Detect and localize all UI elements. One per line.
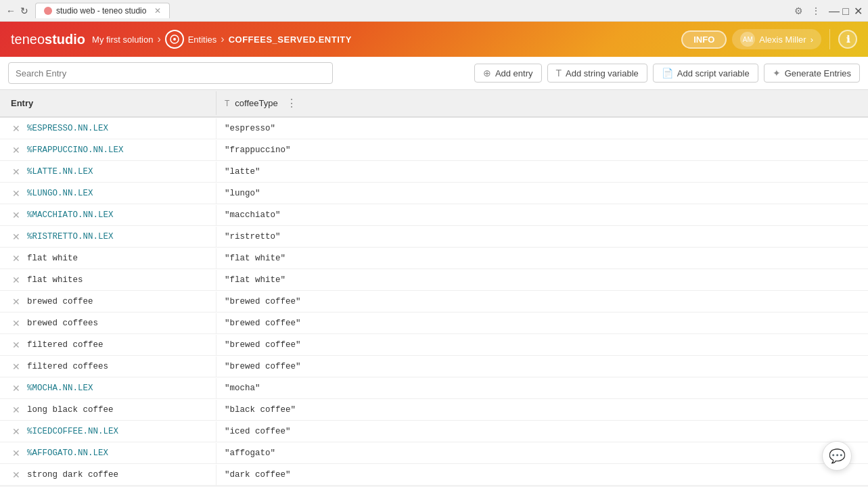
entry-text: brewed coffee bbox=[27, 297, 93, 306]
breadcrumb-entities[interactable]: Entities bbox=[188, 34, 217, 45]
value-cell: "macchiato" bbox=[216, 206, 868, 224]
divider bbox=[829, 29, 830, 49]
chat-button[interactable]: 💬 bbox=[822, 441, 852, 471]
table-row: ✕ brewed coffee "brewed coffee" bbox=[0, 291, 868, 312]
add-entry-label: Add entry bbox=[495, 68, 533, 78]
add-string-label: Add string variable bbox=[566, 68, 639, 78]
app-bar-left: teneostudio My first solution › Entities… bbox=[11, 30, 352, 49]
value-cell: "brewed coffee" bbox=[216, 358, 868, 375]
table-row: ✕ brewed coffees "brewed coffee" bbox=[0, 312, 868, 334]
entry-text: filtered coffees bbox=[27, 362, 108, 371]
generate-entries-button[interactable]: ✦ Generate Entries bbox=[764, 64, 860, 83]
table-row: ✕ strong dark coffee "dark coffee" bbox=[0, 464, 868, 486]
table-row: ✕ flat whites "flat white" bbox=[0, 269, 868, 291]
browser-tab[interactable]: studio web - teneo studio ✕ bbox=[35, 3, 170, 18]
entry-cell: ✕ %LUNGO.NN.LEX bbox=[0, 183, 216, 204]
add-script-label: Add script variable bbox=[677, 68, 750, 78]
col-name: coffeeType bbox=[235, 98, 277, 108]
delete-button[interactable]: ✕ bbox=[11, 296, 22, 308]
delete-button[interactable]: ✕ bbox=[11, 317, 22, 329]
entry-cell: ✕ brewed coffees bbox=[0, 313, 216, 333]
entry-text: %LUNGO.NN.LEX bbox=[27, 189, 93, 198]
entry-text: filtered coffee bbox=[27, 340, 104, 350]
entry-text: flat whites bbox=[27, 275, 83, 285]
window-controls: — □ ✕ bbox=[829, 6, 863, 16]
table-row: ✕ flat white "flat white" bbox=[0, 248, 868, 269]
delete-button[interactable]: ✕ bbox=[11, 382, 22, 394]
delete-button[interactable]: ✕ bbox=[11, 166, 22, 178]
entry-cell: ✕ strong dark coffee bbox=[0, 465, 216, 485]
logo-prefix: teneo bbox=[11, 32, 45, 47]
info-button[interactable]: INFO bbox=[681, 30, 727, 49]
help-button[interactable]: ℹ bbox=[838, 30, 857, 49]
search-input[interactable] bbox=[8, 62, 333, 84]
col-menu-icon[interactable]: ⋮ bbox=[286, 97, 297, 110]
add-script-button[interactable]: 📄 Add script variable bbox=[653, 64, 758, 83]
value-cell: "brewed coffee" bbox=[216, 293, 868, 310]
value-cell: "frappuccino" bbox=[216, 141, 868, 159]
delete-button[interactable]: ✕ bbox=[11, 187, 22, 200]
entry-text: long black coffee bbox=[27, 405, 114, 415]
breadcrumb-entity-name: COFFEES_SERVED.ENTITY bbox=[229, 34, 352, 45]
delete-button[interactable]: ✕ bbox=[11, 447, 22, 459]
table-container: Entry T coffeeType ⋮ ✕ %ESPRESSO.NN.LEX … bbox=[0, 90, 868, 486]
entry-cell: ✕ long black coffee bbox=[0, 400, 216, 420]
maximize-button[interactable]: □ bbox=[841, 6, 850, 16]
entry-cell: ✕ %MOCHA.NN.LEX bbox=[0, 378, 216, 398]
table-row: ✕ %LATTE.NN.LEX "latte" bbox=[0, 161, 868, 183]
entry-text: %MOCHA.NN.LEX bbox=[27, 384, 93, 393]
delete-button[interactable]: ✕ bbox=[11, 339, 22, 351]
delete-button[interactable]: ✕ bbox=[11, 425, 22, 438]
user-button[interactable]: AM Alexis Miller › bbox=[732, 29, 821, 49]
entry-cell: ✕ flat white bbox=[0, 248, 216, 269]
entry-cell: ✕ flat whites bbox=[0, 270, 216, 290]
delete-button[interactable]: ✕ bbox=[11, 252, 22, 264]
close-button[interactable]: ✕ bbox=[853, 6, 863, 16]
back-button[interactable]: ← bbox=[5, 5, 16, 16]
value-cell: "brewed coffee" bbox=[216, 336, 868, 354]
breadcrumb-solution[interactable]: My first solution bbox=[92, 34, 153, 45]
entry-cell: ✕ %MACCHIATO.NN.LEX bbox=[0, 205, 216, 225]
delete-button[interactable]: ✕ bbox=[11, 274, 22, 286]
entity-svg bbox=[169, 34, 180, 45]
title-bar-right: ⚙ ⋮ — □ ✕ bbox=[794, 5, 863, 16]
entry-text: %AFFOGATO.NN.LEX bbox=[27, 448, 108, 458]
delete-button[interactable]: ✕ bbox=[11, 361, 22, 373]
breadcrumb: My first solution › Entities › COFFEES_S… bbox=[92, 30, 352, 49]
delete-button[interactable]: ✕ bbox=[11, 469, 22, 481]
value-cell: "affogato" bbox=[216, 444, 868, 462]
entry-cell: ✕ %LATTE.NN.LEX bbox=[0, 162, 216, 182]
breadcrumb-arrow-1: › bbox=[157, 33, 160, 45]
delete-button[interactable]: ✕ bbox=[11, 231, 22, 243]
menu-icon[interactable]: ⋮ bbox=[811, 5, 821, 16]
entry-cell: ✕ brewed coffee bbox=[0, 292, 216, 312]
toolbar: ⊕ Add entry T Add string variable 📄 Add … bbox=[0, 57, 868, 90]
value-cell: "latte" bbox=[216, 163, 868, 181]
entry-cell: ✕ filtered coffees bbox=[0, 356, 216, 377]
settings-icon[interactable]: ⚙ bbox=[794, 5, 803, 16]
table-body: ✕ %ESPRESSO.NN.LEX "espresso" ✕ %FRAPPUC… bbox=[0, 118, 868, 486]
delete-button[interactable]: ✕ bbox=[11, 144, 22, 156]
table-row: ✕ long black coffee "black coffee" bbox=[0, 399, 868, 421]
entry-cell: ✕ %ESPRESSO.NN.LEX bbox=[0, 118, 216, 139]
minimize-button[interactable]: — bbox=[829, 6, 838, 16]
avatar: AM bbox=[740, 32, 755, 47]
type-icon: T bbox=[225, 99, 229, 108]
value-cell: "espresso" bbox=[216, 120, 868, 137]
entry-text: %RISTRETTO.NN.LEX bbox=[27, 232, 114, 241]
add-script-icon: 📄 bbox=[662, 68, 673, 78]
table-row: ✕ %LUNGO.NN.LEX "lungo" bbox=[0, 183, 868, 204]
add-entry-button[interactable]: ⊕ Add entry bbox=[474, 64, 542, 83]
delete-button[interactable]: ✕ bbox=[11, 404, 22, 416]
value-cell: "black coffee" bbox=[216, 401, 868, 419]
delete-button[interactable]: ✕ bbox=[11, 209, 22, 221]
tab-close[interactable]: ✕ bbox=[154, 6, 161, 16]
add-entry-icon: ⊕ bbox=[483, 68, 491, 78]
delete-button[interactable]: ✕ bbox=[11, 122, 22, 135]
generate-label: Generate Entries bbox=[785, 68, 851, 78]
forward-button[interactable]: ↻ bbox=[19, 5, 30, 16]
value-cell: "ristretto" bbox=[216, 228, 868, 246]
add-string-button[interactable]: T Add string variable bbox=[547, 64, 647, 83]
entry-cell: ✕ filtered coffee bbox=[0, 335, 216, 355]
entry-cell: ✕ %ICEDCOFFEE.NN.LEX bbox=[0, 421, 216, 442]
